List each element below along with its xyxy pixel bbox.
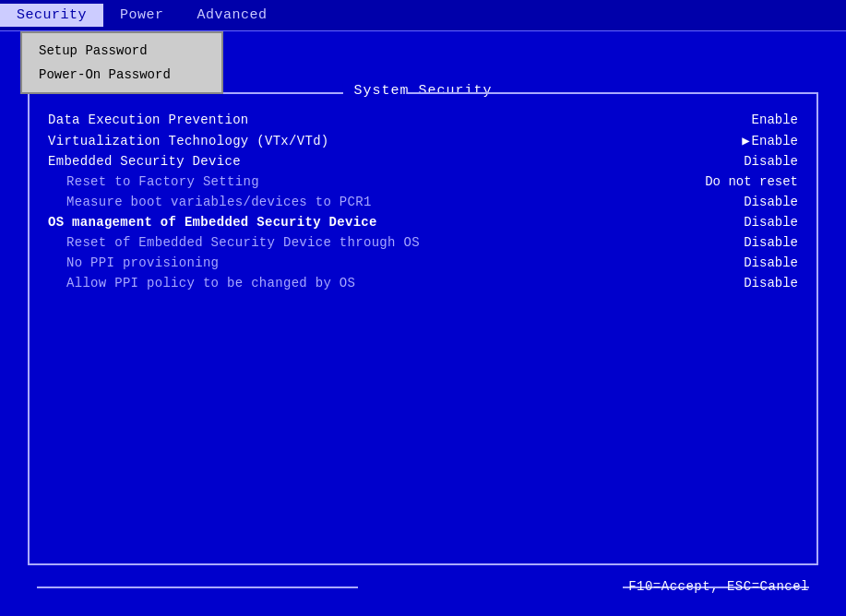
system-security-title: System Security [342, 83, 503, 99]
row-label-esd: Embedded Security Device [48, 154, 241, 169]
row-value-os-mgmt: Disable [744, 215, 798, 230]
menu-item-advanced[interactable]: Advanced [181, 4, 284, 27]
row-label-factory-reset: Reset to Factory Setting [48, 174, 259, 189]
system-security-dialog: System Security Data Execution Preventio… [28, 92, 818, 565]
top-menubar: Security Power Advanced [0, 0, 846, 31]
table-row: Embedded Security Device Disable [48, 154, 798, 169]
row-label-dep: Data Execution Prevention [48, 113, 249, 127]
table-row: Reset to Factory Setting Do not reset [48, 174, 798, 189]
table-row: Virtualization Technology (VTx/VTd) Enab… [48, 133, 798, 148]
row-label-measure-boot: Measure boot variables/devices to PCR1 [48, 195, 372, 209]
row-label-allow-ppi: Allow PPI policy to be changed by OS [48, 276, 355, 290]
row-label-no-ppi: No PPI provisioning [48, 255, 219, 270]
row-value-virt: Enable [742, 133, 798, 148]
row-value-measure-boot: Disable [744, 195, 798, 209]
table-row: Reset of Embedded Security Device throug… [48, 235, 798, 250]
row-label-virt: Virtualization Technology (VTx/VTd) [48, 134, 329, 148]
row-value-dep: Enable [752, 113, 798, 127]
table-row: OS management of Embedded Security Devic… [48, 215, 798, 230]
menu-item-power[interactable]: Power [103, 4, 181, 27]
bottom-bar: F10=Accept, ESC=Cancel [28, 575, 818, 598]
table-row: Data Execution Prevention Enable [48, 113, 798, 127]
dropdown-item-poweron-password[interactable]: Power-On Password [22, 63, 221, 87]
menu-item-security[interactable]: Security [0, 4, 103, 27]
row-value-no-ppi: Disable [744, 255, 798, 270]
row-value-esd: Disable [744, 154, 798, 169]
row-value-factory-reset: Do not reset [705, 174, 798, 189]
security-content: Data Execution Prevention Enable Virtual… [30, 94, 816, 305]
row-label-os-mgmt: OS management of Embedded Security Devic… [48, 215, 377, 230]
row-value-reset-esd-os: Disable [744, 235, 798, 250]
table-row: Measure boot variables/devices to PCR1 D… [48, 195, 798, 209]
row-value-allow-ppi: Disable [744, 276, 798, 290]
row-label-reset-esd-os: Reset of Embedded Security Device throug… [48, 235, 420, 250]
table-row: No PPI provisioning Disable [48, 255, 798, 270]
title-line-right [407, 92, 807, 94]
dropdown-item-setup-password[interactable]: Setup Password [22, 39, 221, 63]
bottom-bar-text: F10=Accept, ESC=Cancel [628, 579, 809, 594]
table-row: Allow PPI policy to be changed by OS Dis… [48, 276, 798, 290]
security-dropdown: Setup Password Power-On Password [20, 31, 223, 94]
